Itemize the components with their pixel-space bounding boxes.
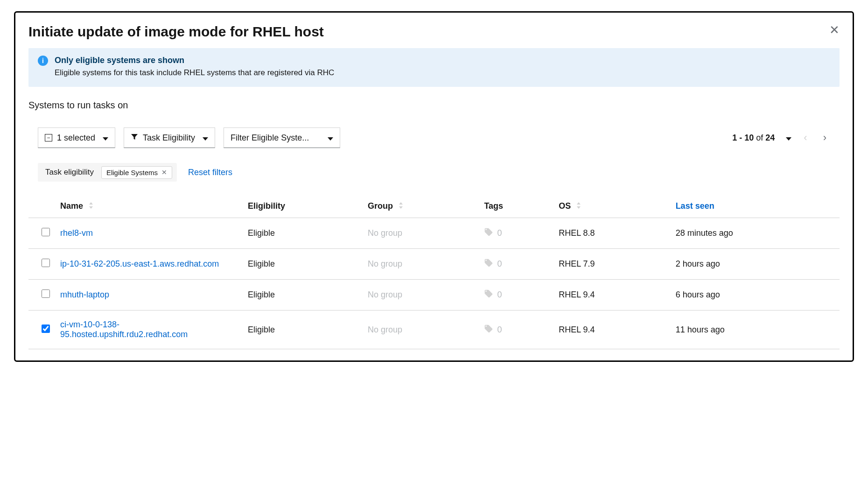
table-row: ci-vm-10-0-138-95.hosted.upshift.rdu2.re… [28,311,840,349]
column-os-label: OS [559,201,571,211]
tag-icon [484,324,493,336]
pagination-range: 1 - 10 [732,133,754,142]
eligibility-cell: Eligible [242,218,362,249]
tag-icon [484,258,493,270]
sort-icon [88,202,94,210]
info-alert: i Only eligible systems are shown Eligib… [28,48,840,87]
indeterminate-checkbox-icon: − [45,134,52,141]
tag-icon [484,227,493,239]
column-header-last-seen[interactable]: Last seen [670,195,840,218]
filter-category-label: Task Eligibility [143,133,195,143]
system-name-link[interactable]: mhuth-laptop [60,290,109,299]
alert-title: Only eligible systems are shown [55,56,830,65]
tags-cell: 0 [478,218,553,249]
prev-page-button[interactable]: ‹ [800,130,811,146]
table-row: mhuth-laptopEligibleNo group0RHEL 9.46 h… [28,280,840,311]
eligibility-cell: Eligible [242,249,362,280]
tags-cell: 0 [478,280,553,311]
tags-cell: 0 [478,249,553,280]
row-checkbox[interactable] [42,259,50,267]
tag-count: 0 [497,290,502,300]
table-row: ip-10-31-62-205.us-east-1.aws.redhat.com… [28,249,840,280]
caret-down-icon [100,133,108,143]
chip-label: Eligible Systems [106,169,158,176]
column-group-label: Group [368,201,393,211]
row-checkbox[interactable] [42,325,50,333]
group-cell: No group [362,311,479,349]
os-cell: RHEL 9.4 [553,311,670,349]
os-cell: RHEL 9.4 [553,280,670,311]
alert-description: Eligible systems for this task include R… [55,68,830,78]
reset-filters-link[interactable]: Reset filters [188,168,232,177]
system-name-link[interactable]: ip-10-31-62-205.us-east-1.aws.redhat.com [60,259,219,268]
modal-header: Initiate update of image mode for RHEL h… [28,24,840,40]
sort-icon [398,202,404,210]
systems-table: Name Eligibility Group Tags [28,195,840,349]
pagination-label: 1 - 10 of 24 [732,133,775,143]
group-cell: No group [362,218,479,249]
last-seen-cell: 28 minutes ago [670,218,840,249]
column-name-label: Name [60,201,83,211]
row-checkbox[interactable] [42,289,50,298]
selected-count-label: 1 selected [57,133,95,143]
close-icon[interactable]: ✕ [829,24,840,36]
last-seen-cell: 2 hours ago [670,249,840,280]
pagination: 1 - 10 of 24 ‹ › [732,130,830,146]
select-all-header [28,195,56,218]
pagination-of: of [756,133,763,142]
filter-value-dropdown[interactable]: Filter Eligible Syste... [224,127,340,148]
tag-count: 0 [497,325,502,335]
column-header-os[interactable]: OS [553,195,670,218]
row-checkbox[interactable] [42,228,50,236]
last-seen-cell: 6 hours ago [670,280,840,311]
os-cell: RHEL 7.9 [553,249,670,280]
filter-icon [131,133,138,143]
section-title: Systems to run tasks on [28,100,840,111]
column-header-eligibility: Eligibility [242,195,362,218]
last-seen-cell: 11 hours ago [670,311,840,349]
eligibility-cell: Eligible [242,280,362,311]
caret-down-icon [200,133,208,143]
pagination-total: 24 [765,133,775,142]
caret-down-icon [325,133,333,143]
tag-count: 0 [497,228,502,238]
column-header-tags: Tags [478,195,553,218]
filter-chip-group: Task eligibility Eligible Systems ✕ [38,163,177,182]
column-last-seen-label: Last seen [676,201,714,211]
system-name-link[interactable]: ci-vm-10-0-138-95.hosted.upshift.rdu2.re… [60,320,188,339]
next-page-button[interactable]: › [819,130,830,146]
system-name-link[interactable]: rhel8-vm [60,228,93,238]
tag-count: 0 [497,259,502,269]
os-cell: RHEL 8.8 [553,218,670,249]
sort-icon [576,202,581,210]
group-cell: No group [362,249,479,280]
tag-icon [484,289,493,301]
chip-close-icon[interactable]: ✕ [161,169,167,176]
modal-title: Initiate update of image mode for RHEL h… [28,24,324,40]
per-page-dropdown[interactable] [783,133,791,143]
column-header-group[interactable]: Group [362,195,479,218]
toolbar: − 1 selected Task Eligibility Filter Eli… [28,127,840,148]
info-icon: i [38,56,48,66]
bulk-select-dropdown[interactable]: − 1 selected [38,127,115,148]
eligibility-cell: Eligible [242,311,362,349]
active-filters-row: Task eligibility Eligible Systems ✕ Rese… [28,163,840,182]
filter-chip: Eligible Systems ✕ [101,166,172,179]
modal-dialog: Initiate update of image mode for RHEL h… [14,11,854,362]
table-row: rhel8-vmEligibleNo group0RHEL 8.828 minu… [28,218,840,249]
tags-cell: 0 [478,311,553,349]
group-cell: No group [362,280,479,311]
column-header-name[interactable]: Name [56,195,242,218]
column-tags-label: Tags [484,201,503,211]
filter-value-label: Filter Eligible Syste... [231,133,309,143]
chip-group-label: Task eligibility [42,166,97,179]
column-eligibility-label: Eligibility [248,201,285,211]
filter-category-dropdown[interactable]: Task Eligibility [124,127,215,148]
